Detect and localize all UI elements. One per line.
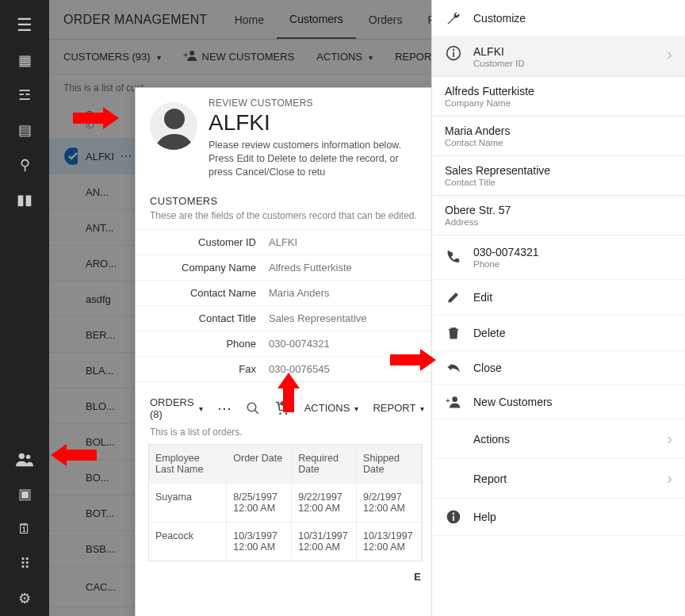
- orders-actions-dropdown[interactable]: ACTIONS: [304, 402, 359, 414]
- field-row: Phone030-0074321: [136, 331, 435, 357]
- checkbox[interactable]: [59, 577, 78, 596]
- checkbox[interactable]: [59, 289, 78, 308]
- table-row[interactable]: Peacock10/3/1997 12:00 AM10/31/1997 12:0…: [149, 522, 422, 561]
- review-panel: REVIEW CUSTOMERS ALFKI Please review cus…: [135, 87, 436, 616]
- svg-text:+: +: [446, 396, 450, 405]
- info-solid-icon: [445, 509, 462, 525]
- svg-point-13: [452, 396, 457, 402]
- undo-icon: [445, 362, 462, 374]
- checkbox[interactable]: [59, 539, 78, 558]
- svg-text:+: +: [183, 50, 188, 59]
- app-title: ORDER MANAGEMENT: [63, 13, 208, 27]
- tab-home[interactable]: Home: [222, 0, 277, 39]
- checkbox[interactable]: [59, 182, 78, 201]
- chart-icon[interactable]: ▮▮: [0, 182, 49, 217]
- more-icon[interactable]: ⠿: [0, 546, 49, 581]
- search-icon[interactable]: [246, 401, 260, 415]
- apps-icon[interactable]: ▤: [0, 113, 49, 147]
- trash-icon: [445, 326, 462, 340]
- orders-table: Employee Last NameOrder DateRequired Dat…: [148, 444, 423, 561]
- checkbox[interactable]: [59, 432, 78, 451]
- review-label: REVIEW CUSTOMERS: [209, 98, 421, 109]
- checkbox[interactable]: [59, 147, 78, 166]
- svg-point-7: [279, 412, 281, 415]
- checkbox[interactable]: [59, 503, 78, 522]
- tab-customers[interactable]: Customers: [277, 0, 356, 39]
- review-footer[interactable]: E: [136, 561, 435, 592]
- field-row: Customer IDALFKI: [136, 230, 435, 255]
- checkbox[interactable]: [59, 468, 78, 487]
- orders-report-dropdown[interactable]: REPORT: [373, 402, 424, 414]
- new-customers-action[interactable]: + New Customers: [432, 385, 685, 419]
- orders-toolbar: ORDERS (8) ACTIONS REPORT: [136, 382, 435, 425]
- svg-rect-16: [453, 515, 454, 521]
- chevron-right-icon: ›: [667, 469, 672, 488]
- delete-button[interactable]: Delete: [432, 316, 685, 351]
- checkbox[interactable]: [59, 325, 78, 344]
- wrench-icon: [445, 10, 462, 26]
- table-row[interactable]: Suyama8/25/1997 12:00 AM9/22/1997 12:00 …: [149, 483, 422, 522]
- svg-point-8: [285, 412, 287, 415]
- edit-button[interactable]: Edit: [432, 280, 685, 316]
- grid-icon[interactable]: ▦: [0, 43, 49, 78]
- actions-row[interactable]: Actions ›: [432, 419, 685, 459]
- list-icon[interactable]: ☲: [0, 78, 49, 113]
- customize-button[interactable]: Customize: [432, 0, 685, 37]
- section-desc: These are the fields of the customers re…: [136, 209, 435, 229]
- svg-point-10: [453, 49, 455, 52]
- info-icon: [445, 45, 462, 61]
- phone-icon: [445, 251, 462, 265]
- context-field[interactable]: Obere Str. 57Address: [432, 196, 685, 235]
- close-button[interactable]: Close: [432, 351, 685, 385]
- context-panel: Customize ALFKICustomer ID › Alfreds Fut…: [431, 0, 685, 616]
- checkbox[interactable]: [59, 254, 78, 273]
- section-title: CUSTOMERS: [136, 186, 435, 209]
- orders-hint: This is a list of orders.: [136, 425, 435, 444]
- phone-row[interactable]: 030-0074321Phone: [432, 235, 685, 280]
- context-field[interactable]: Maria AndersContact Name: [432, 117, 685, 156]
- svg-point-0: [19, 453, 25, 459]
- field-row: Contact TitleSales Representative: [136, 306, 435, 331]
- review-title: ALFKI: [209, 110, 421, 136]
- context-field[interactable]: Alfreds FutterkisteCompany Name: [432, 77, 685, 117]
- location-icon[interactable]: ⚲: [0, 147, 49, 182]
- field-row: Fax030-0076545: [136, 357, 435, 381]
- orders-dropdown[interactable]: ORDERS (8): [150, 396, 203, 420]
- help-button[interactable]: Help: [432, 499, 685, 536]
- field-row: Contact NameMaria Anders: [136, 281, 435, 306]
- field-row: Company NameAlfreds Futterkiste: [136, 255, 435, 281]
- menu-icon[interactable]: ☰: [0, 8, 49, 43]
- actions-dropdown[interactable]: ACTIONS: [316, 51, 373, 63]
- doc-icon[interactable]: ▣: [0, 476, 49, 511]
- svg-rect-11: [453, 52, 454, 57]
- context-field[interactable]: Sales RepresentativeContact Title: [432, 156, 685, 196]
- cart-icon[interactable]: [274, 400, 290, 416]
- people-icon[interactable]: [0, 442, 49, 476]
- checkbox[interactable]: [59, 218, 78, 237]
- tab-orders[interactable]: Orders: [356, 0, 415, 39]
- avatar-icon: [150, 102, 197, 150]
- settings-icon[interactable]: ⚙: [0, 581, 49, 616]
- customers-dropdown[interactable]: CUSTOMERS (93): [63, 51, 161, 63]
- context-header[interactable]: ALFKICustomer ID ›: [432, 37, 685, 77]
- report-row[interactable]: Report ›: [432, 459, 685, 499]
- checkbox[interactable]: [59, 396, 78, 415]
- add-person-icon: +: [183, 50, 197, 63]
- chevron-right-icon: ›: [667, 430, 672, 448]
- add-person-icon: +: [445, 396, 462, 408]
- svg-point-15: [453, 513, 455, 515]
- new-customers-button[interactable]: + NEW CUSTOMERS: [183, 50, 295, 63]
- svg-point-5: [247, 403, 256, 411]
- svg-line-6: [254, 410, 258, 414]
- edit-icon: [445, 290, 462, 304]
- checkbox[interactable]: [59, 361, 78, 380]
- svg-point-3: [189, 51, 194, 55]
- field-list: Customer IDALFKICompany NameAlfreds Futt…: [136, 229, 435, 382]
- more-icon[interactable]: [217, 400, 232, 417]
- chevron-right-icon: ›: [667, 45, 672, 63]
- svg-point-1: [26, 455, 31, 460]
- calendar-icon[interactable]: 🗓: [0, 511, 49, 546]
- nav-rail: ☰ ▦ ☲ ▤ ⚲ ▮▮ ▣ 🗓 ⠿ ⚙: [0, 0, 49, 616]
- svg-point-4: [64, 147, 78, 165]
- review-desc: Please review customers information belo…: [209, 139, 421, 179]
